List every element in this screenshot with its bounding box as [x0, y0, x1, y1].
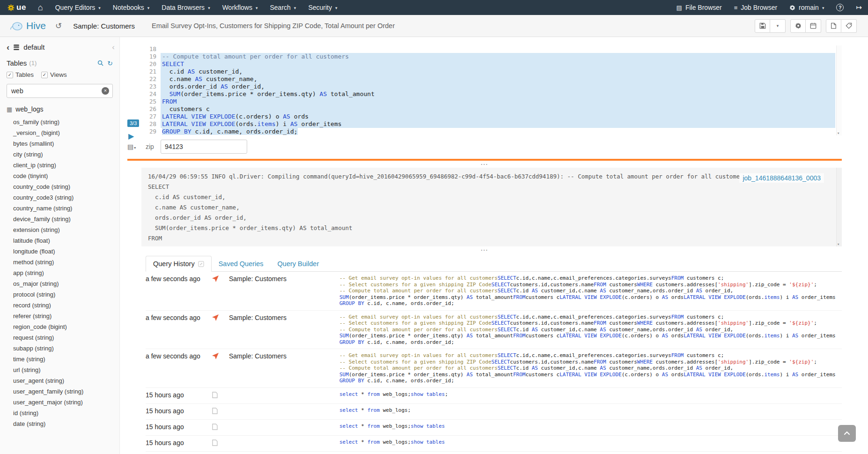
search-icon[interactable] — [97, 60, 103, 66]
column-item[interactable]: city (string) — [0, 149, 119, 160]
help-button[interactable]: ? — [830, 0, 850, 15]
schedule-button[interactable] — [806, 19, 821, 33]
history-row[interactable]: a few seconds agoSample: Customers-- Get… — [146, 311, 842, 350]
editor-line[interactable]: 19-- Compute total amount per order for … — [146, 53, 835, 60]
column-item[interactable]: country_name (string) — [0, 203, 119, 214]
history-row[interactable]: a few seconds agoSample: Customers-- Get… — [146, 349, 842, 388]
tags-button[interactable] — [841, 19, 857, 33]
menu-workflows[interactable]: Workflows▾ — [216, 0, 264, 15]
table-icon: ▦ — [7, 106, 12, 113]
table-filter-input[interactable] — [7, 84, 113, 98]
user-menu[interactable]: romain ▾ — [783, 0, 830, 15]
back-icon[interactable]: ‹ — [7, 43, 9, 52]
column-item[interactable]: referer (string) — [0, 311, 119, 321]
save-options-button[interactable]: ▾ — [770, 19, 786, 33]
column-item[interactable]: user_agent_major (string) — [0, 397, 119, 408]
column-item[interactable]: os_major (string) — [0, 278, 119, 289]
tab-query-builder[interactable]: Query Builder — [271, 256, 326, 271]
sql-token: ].zip_code = — [749, 359, 789, 365]
tab-saved-queries[interactable]: Saved Queries — [212, 256, 271, 271]
column-item[interactable]: protocol (string) — [0, 289, 119, 300]
scroll-down-icon[interactable]: ▾ — [837, 242, 839, 246]
column-item[interactable]: os_family (string) — [0, 117, 119, 127]
editor-line[interactable]: 21 c.id AS customer_id, — [146, 68, 835, 75]
column-item[interactable]: time (string) — [0, 354, 119, 365]
column-item[interactable]: request (string) — [0, 332, 119, 343]
editor-line[interactable]: 18 — [146, 45, 835, 53]
history-row[interactable]: a few seconds agoSample: Customers-- Get… — [146, 272, 842, 311]
editor-scrollbar[interactable]: ▾ — [836, 45, 842, 135]
recent-queries-icon[interactable]: ↺ — [55, 21, 62, 31]
logout-button[interactable]: ↦ — [850, 0, 868, 15]
sql-token: FROM — [671, 275, 684, 281]
scroll-to-top-button[interactable] — [838, 425, 856, 442]
column-item[interactable]: _version_ (bigint) — [0, 127, 119, 138]
settings-button[interactable] — [790, 19, 806, 33]
editor-line[interactable]: 26 customers c — [146, 105, 835, 113]
table-item-web-logs[interactable]: ▦ web_logs — [0, 101, 119, 114]
save-button[interactable] — [755, 19, 770, 33]
column-item[interactable]: bytes (smallint) — [0, 138, 119, 149]
editor-line[interactable]: 29GROUP BY c.id, c.name, ords.order_id; — [146, 128, 835, 135]
editor-line[interactable]: 24 SUM(order_items.price * order_items.q… — [146, 90, 835, 98]
column-item[interactable]: id (string) — [0, 408, 119, 418]
editor-line[interactable]: 23 ords.order_id AS order_id, — [146, 83, 835, 90]
column-item[interactable]: longitude (float) — [0, 246, 119, 257]
column-item[interactable]: url (string) — [0, 365, 119, 375]
context-map-button[interactable]: ▤▾ — [127, 143, 146, 150]
editor-line[interactable]: 27LATERAL VIEW EXPLODE(c.orders) o AS or… — [146, 113, 835, 120]
column-item[interactable]: user_agent_family (string) — [0, 386, 119, 397]
column-item[interactable]: method (string) — [0, 257, 119, 268]
menu-query-editors[interactable]: Query Editors▾ — [49, 0, 107, 15]
column-item[interactable]: extension (string) — [0, 224, 119, 235]
column-item[interactable]: device_family (string) — [0, 214, 119, 224]
variable-zip-input[interactable] — [161, 140, 247, 154]
column-item[interactable]: country_code (string) — [0, 181, 119, 192]
column-item[interactable]: subapp (string) — [0, 343, 119, 354]
hue-logo[interactable]: ue — [0, 0, 32, 15]
column-item[interactable]: country_code3 (string) — [0, 192, 119, 203]
column-item[interactable]: code (tinyint) — [0, 171, 119, 181]
sql-token: WHERE — [637, 359, 653, 365]
execute-button[interactable]: ▶ — [128, 132, 134, 141]
resize-handle[interactable]: ⋯ — [127, 161, 842, 167]
tab-query-history[interactable]: Query History — [146, 256, 212, 272]
column-item[interactable]: region_code (bigint) — [0, 321, 119, 332]
database-name[interactable]: default — [23, 43, 44, 51]
editor-line[interactable]: 20SELECT — [146, 60, 835, 68]
editor-line[interactable]: 25FROM — [146, 98, 835, 105]
column-item[interactable]: user_agent (string) — [0, 375, 119, 386]
job-browser-link[interactable]: ≡ Job Browser — [728, 0, 783, 15]
column-item[interactable]: record (string) — [0, 300, 119, 311]
menu-search[interactable]: Search▾ — [264, 0, 302, 15]
column-item[interactable]: latitude (float) — [0, 235, 119, 246]
editor-line[interactable]: 28LATERAL VIEW EXPLODE(ords.items) i AS … — [146, 120, 835, 128]
sql-token: AS — [320, 90, 327, 97]
tables-checkbox[interactable]: ✓ Tables — [7, 71, 34, 78]
history-row[interactable]: 15 hours agoselect * from web_logs;show … — [146, 420, 842, 436]
column-item[interactable]: date (string) — [0, 418, 119, 429]
history-row[interactable]: 15 hours agoselect * from web_logs;show … — [146, 436, 842, 452]
history-row[interactable]: 15 hours agoselect * from web_logs;show … — [146, 388, 842, 404]
history-row[interactable]: 15 hours agoselect * from web_logs;show … — [146, 452, 842, 454]
code-editor[interactable]: 1819-- Compute total amount per order fo… — [146, 45, 842, 135]
menu-data-browsers[interactable]: Data Browsers▾ — [155, 0, 216, 15]
collapse-panel-icon[interactable]: ‹ — [112, 43, 115, 51]
job-link[interactable]: job_1461888648136_0003 — [739, 173, 824, 183]
new-query-button[interactable] — [826, 19, 841, 33]
editor-line[interactable]: 22 c.name AS customer_name, — [146, 75, 835, 83]
refresh-icon[interactable]: ↻ — [107, 60, 113, 67]
history-row[interactable]: 15 hours agoselect * from web_logs; — [146, 404, 842, 420]
views-checkbox[interactable]: ✓ Views — [41, 71, 67, 78]
log-scrollbar[interactable]: ▾ — [836, 168, 842, 246]
scroll-down-icon[interactable]: ▾ — [837, 131, 839, 135]
clear-search-icon[interactable]: × — [102, 87, 109, 95]
file-browser-link[interactable]: ▤ File Browser — [670, 0, 728, 15]
hive-app-link[interactable]: Hive — [9, 20, 46, 31]
column-item[interactable]: app (string) — [0, 268, 119, 278]
resize-handle[interactable]: ⋯ — [127, 247, 842, 253]
column-item[interactable]: client_ip (string) — [0, 160, 119, 171]
menu-notebooks[interactable]: Notebooks▾ — [107, 0, 155, 15]
menu-security[interactable]: Security▾ — [302, 0, 343, 15]
home-button[interactable]: ⌂ — [32, 0, 49, 15]
